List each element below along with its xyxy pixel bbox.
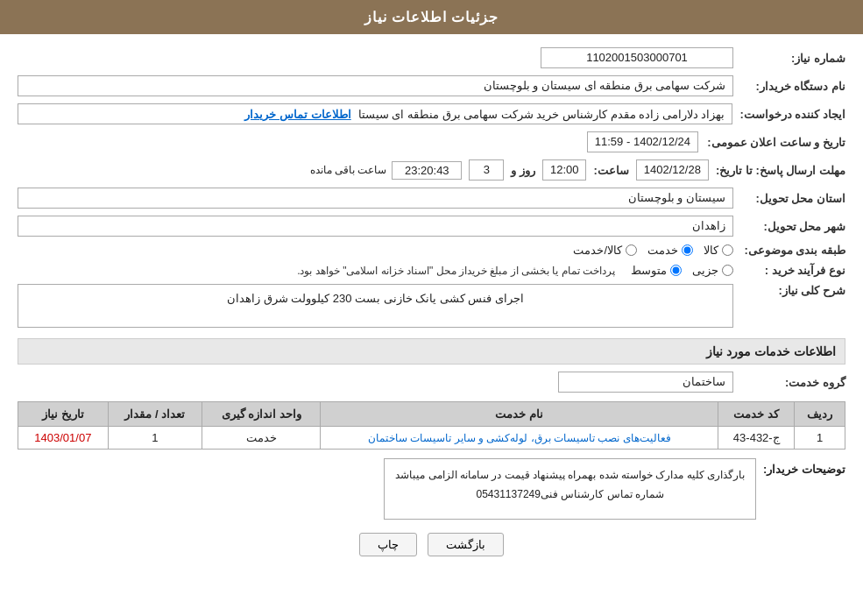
service-group-value: ساختمان <box>558 372 733 393</box>
subject-label-khedmat: خدمت <box>647 244 678 257</box>
cell-quantity: 1 <box>108 427 202 450</box>
subject-option-kala[interactable]: کالا <box>704 244 733 257</box>
purchase-radio-motevaset[interactable] <box>670 265 682 276</box>
subject-radio-kala-khedmat[interactable] <box>626 244 637 256</box>
table-row: 1 ج-432-43 فعالیت‌های نصب تاسیسات برق، ل… <box>18 427 845 450</box>
buyer-notes-line2: شماره تماس کارشناس فنی05431137249 <box>395 485 745 505</box>
subject-label: طبقه بندی موضوعی: <box>740 244 845 257</box>
need-number-label: شماره نیاز: <box>740 52 845 65</box>
announce-datetime-value: 1402/12/24 - 11:59 <box>587 131 698 152</box>
services-table-section: ردیف کد خدمت نام خدمت واحد اندازه گیری ت… <box>18 401 845 450</box>
subject-option-kala-khedmat[interactable]: کالا/خدمت <box>573 244 637 257</box>
col-header-unit: واحد اندازه گیری <box>202 402 321 427</box>
purchase-label-jozi: جزیی <box>692 264 718 277</box>
creator-label: ایجاد کننده درخواست: <box>739 108 845 121</box>
remaining-time-value: 23:20:43 <box>392 161 462 180</box>
buyer-org-label: نام دستگاه خریدار: <box>740 80 845 93</box>
bottom-buttons: بازگشت چاپ <box>18 533 845 556</box>
announce-date: 1402/12/24 <box>633 135 690 148</box>
col-header-service-code: کد خدمت <box>718 402 795 427</box>
buyer-notes-label: توضیحات خریدار: <box>763 458 845 476</box>
send-deadline-label: مهلت ارسال پاسخ: تا تاریخ: <box>716 164 845 177</box>
creator-link[interactable]: اطلاعات تماس خریدار <box>244 108 350 121</box>
send-time-label: ساعت: <box>593 164 628 177</box>
services-section-title: اطلاعات خدمات مورد نیاز <box>18 338 845 365</box>
subject-label-kala-khedmat: کالا/خدمت <box>573 244 622 257</box>
send-days-value: 3 <box>469 159 504 181</box>
page-title: جزئیات اطلاعات نیاز <box>0 0 863 34</box>
subject-label-kala: کالا <box>704 244 718 257</box>
announce-dash: - <box>623 135 630 148</box>
creator-value: بهزاد دلارامی زاده مقدم کارشناس خرید شرک… <box>18 103 732 124</box>
buyer-notes-content: بارگذاری کلیه مدارک خواسته شده بهمراه پی… <box>384 458 756 520</box>
need-number-value: 1102001503000701 <box>541 47 733 68</box>
send-day-label: روز و <box>511 164 535 177</box>
remaining-label: ساعت باقی مانده <box>310 164 387 176</box>
cell-date: 1403/01/07 <box>18 427 109 450</box>
purchase-type-jozi[interactable]: جزیی <box>692 264 733 277</box>
col-header-service-name: نام خدمت <box>321 402 718 427</box>
buyer-org-value: شرکت سهامی برق منطقه ای سیستان و بلوچستا… <box>18 75 733 96</box>
subject-radio-khedmat[interactable] <box>682 244 693 256</box>
services-table: ردیف کد خدمت نام خدمت واحد اندازه گیری ت… <box>18 401 845 450</box>
col-header-date: تاریخ نیاز <box>18 402 109 427</box>
purchase-type-label: نوع فرآیند خرید : <box>740 264 845 277</box>
cell-service-name: فعالیت‌های نصب تاسیسات برق، لوله‌کشی و س… <box>321 427 718 450</box>
province-value: سیستان و بلوچستان <box>18 188 733 209</box>
city-label: شهر محل تحویل: <box>740 220 845 233</box>
purchase-label-motevaset: متوسط <box>631 264 667 277</box>
cell-unit: خدمت <box>202 427 321 450</box>
cell-row-num: 1 <box>795 427 845 450</box>
back-button[interactable]: بازگشت <box>428 533 504 556</box>
subject-option-khedmat[interactable]: خدمت <box>647 244 693 257</box>
service-group-label: گروه خدمت: <box>740 376 845 389</box>
purchase-type-motevaset[interactable]: متوسط <box>631 264 682 277</box>
subject-radio-kala[interactable] <box>722 244 733 256</box>
send-time-value: 12:00 <box>542 159 587 181</box>
purchase-description: پرداخت تمام یا بخشی از مبلغ خریداز محل "… <box>297 265 615 277</box>
need-description-label: شرح کلی نیاز: <box>740 284 845 297</box>
send-date-value: 1402/12/28 <box>636 159 709 181</box>
cell-service-code: ج-432-43 <box>718 427 795 450</box>
announce-datetime-label: تاریخ و ساعت اعلان عمومی: <box>705 136 845 149</box>
col-header-row-num: ردیف <box>795 402 845 427</box>
print-button[interactable]: چاپ <box>359 533 417 556</box>
creator-text: بهزاد دلارامی زاده مقدم کارشناس خرید شرک… <box>358 108 725 121</box>
announce-time: 11:59 <box>595 135 624 148</box>
purchase-radio-jozi[interactable] <box>722 265 733 276</box>
city-value: زاهدان <box>18 216 733 237</box>
purchase-type-radio-group: جزیی متوسط <box>631 264 733 277</box>
need-description-value: اجرای فنس کشی یانک خازنی بست 230 کیلوولت… <box>18 284 733 328</box>
province-label: استان محل تحویل: <box>740 192 845 205</box>
col-header-quantity: تعداد / مقدار <box>108 402 202 427</box>
subject-radio-group: کالا خدمت کالا/خدمت <box>573 244 733 257</box>
buyer-notes-line1: بارگذاری کلیه مدارک خواسته شده بهمراه پی… <box>395 466 745 485</box>
